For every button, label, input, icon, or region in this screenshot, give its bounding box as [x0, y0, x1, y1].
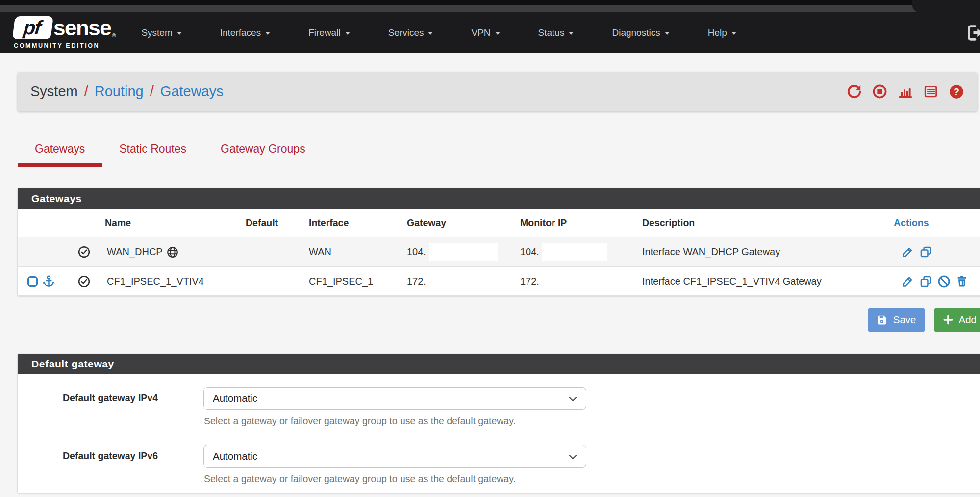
- plus-icon: [943, 314, 954, 325]
- breadcrumb-separator: /: [150, 83, 154, 100]
- default-gateway-panel: Default gateway Default gateway IPv4 Aut…: [18, 354, 980, 493]
- gateway-name: WAN_DHCP: [107, 246, 163, 258]
- gateway-name: CF1_IPSEC_1_VTIV4: [107, 276, 204, 287]
- chart-bar-icon[interactable]: [898, 84, 913, 99]
- interface-cell: WAN: [301, 246, 396, 258]
- window-chrome-corner: [912, 0, 980, 12]
- clone-icon[interactable]: [919, 245, 932, 259]
- monitor-ip: 104.: [520, 246, 539, 258]
- column-header-gateway: Gateway: [396, 217, 516, 229]
- ipv6-help-text: Select a gateway or failover gateway gro…: [204, 473, 586, 485]
- add-button[interactable]: Add: [934, 308, 980, 332]
- chevron-down-icon: [731, 32, 736, 35]
- nav-item-status[interactable]: Status: [538, 27, 574, 38]
- pfsense-logo-sense: sense: [53, 17, 111, 39]
- tab-static-routes[interactable]: Static Routes: [102, 142, 203, 167]
- refresh-icon[interactable]: [847, 84, 862, 99]
- default-gateway-ipv4-select[interactable]: Automatic: [203, 387, 586, 410]
- ban-icon[interactable]: [937, 275, 951, 288]
- anchor-icon[interactable]: [42, 275, 55, 288]
- pfsense-logo-subtitle: COMMUNITY EDITION: [14, 42, 116, 49]
- table-header-row: Name Default Interface Gateway Monitor I…: [18, 209, 980, 237]
- pfsense-logo[interactable]: pf sense ® COMMUNITY EDITION: [14, 16, 116, 49]
- default-gateway-ipv6-select[interactable]: Automatic: [203, 445, 586, 468]
- breadcrumb-separator: /: [84, 83, 88, 100]
- gateways-table: Name Default Interface Gateway Monitor I…: [18, 209, 980, 296]
- interface-cell: CF1_IPSEC_1: [301, 276, 396, 287]
- svg-text:?: ?: [954, 86, 959, 97]
- nav-item-firewall[interactable]: Firewall: [308, 27, 350, 38]
- window-chrome-top: [0, 0, 980, 5]
- sign-out-icon[interactable]: [965, 24, 980, 42]
- page-title: System / Routing / Gateways: [30, 83, 224, 100]
- gateway-ip: 104.: [407, 246, 426, 258]
- table-row: CF1_IPSEC_1_VTIV4 CF1_IPSEC_1 172. 172. …: [18, 266, 980, 296]
- nav-item-services[interactable]: Services: [388, 27, 433, 38]
- breadcrumb-gateways[interactable]: Gateways: [160, 83, 224, 100]
- breadcrumb-system: System: [30, 83, 78, 100]
- chevron-down-icon: [569, 32, 574, 35]
- breadcrumb: System / Routing / Gateways: [18, 72, 977, 111]
- column-header-name: Name: [77, 217, 246, 229]
- monitor-ip: 172.: [520, 276, 539, 287]
- pfsense-screen: pf sense ® COMMUNITY EDITION System Inte…: [0, 0, 980, 493]
- checkbox-icon[interactable]: [27, 276, 38, 287]
- page-content: System / Routing / Gateways: [0, 53, 980, 493]
- form-row-ipv6: Default gateway IPv6 Automatic Select a …: [18, 436, 980, 485]
- nav-menu: System Interfaces Firewall Services VPN …: [141, 27, 736, 38]
- top-navbar: pf sense ® COMMUNITY EDITION System Inte…: [0, 12, 980, 53]
- edit-icon[interactable]: [901, 245, 914, 259]
- save-icon: [877, 314, 888, 326]
- tab-gateway-groups[interactable]: Gateway Groups: [203, 142, 323, 167]
- stop-circle-icon[interactable]: [872, 84, 887, 99]
- description-cell: Interface CF1_IPSEC_1_VTIV4 Gateway: [635, 276, 890, 287]
- nav-item-interfaces[interactable]: Interfaces: [220, 27, 270, 38]
- log-icon[interactable]: [923, 84, 938, 99]
- chevron-down-icon: [265, 32, 270, 35]
- nav-item-vpn[interactable]: VPN: [471, 27, 500, 38]
- chevron-down-icon: [428, 32, 433, 35]
- column-header-monitor-ip: Monitor IP: [516, 217, 635, 229]
- column-header-actions: Actions: [890, 217, 980, 229]
- globe-icon: [166, 246, 179, 259]
- chevron-down-icon: [177, 32, 182, 35]
- chevron-down-icon: [495, 32, 500, 35]
- select-value: Automatic: [213, 450, 257, 462]
- save-button[interactable]: Save: [868, 308, 925, 332]
- chevron-down-icon: [665, 32, 670, 35]
- redacted-ip-overlay: [429, 243, 498, 261]
- select-value: Automatic: [213, 392, 257, 404]
- check-circle-icon: [77, 275, 91, 288]
- tab-gateways[interactable]: Gateways: [18, 142, 102, 167]
- chevron-down-icon: [569, 452, 577, 460]
- gateways-panel: Gateways Name Default Interface Gateway …: [18, 188, 980, 296]
- window-chrome-strip: [0, 5, 980, 12]
- nav-item-help[interactable]: Help: [708, 27, 736, 38]
- check-circle-icon: [77, 245, 91, 259]
- default-gateway-ipv6-label: Default gateway IPv6: [18, 445, 184, 485]
- column-header-description: Description: [635, 217, 890, 229]
- breadcrumb-actions: ?: [847, 84, 964, 100]
- gateways-panel-title: Gateways: [18, 188, 980, 209]
- description-cell: Interface WAN_DHCP Gateway: [635, 246, 890, 258]
- redacted-ip-overlay: [542, 243, 607, 261]
- pfsense-logo-pf-box: pf: [12, 16, 53, 39]
- trash-icon[interactable]: [955, 275, 968, 288]
- breadcrumb-routing[interactable]: Routing: [95, 83, 144, 100]
- default-gateway-panel-title: Default gateway: [18, 354, 980, 374]
- column-header-interface: Interface: [301, 217, 396, 229]
- chevron-down-icon: [569, 394, 577, 402]
- nav-item-diagnostics[interactable]: Diagnostics: [612, 27, 669, 38]
- help-icon[interactable]: ?: [949, 84, 964, 100]
- clone-icon[interactable]: [919, 275, 932, 288]
- chevron-down-icon: [345, 32, 350, 35]
- ipv4-help-text: Select a gateway or failover gateway gro…: [204, 416, 586, 427]
- edit-icon[interactable]: [901, 275, 914, 288]
- default-gateway-ipv4-label: Default gateway IPv4: [18, 387, 184, 427]
- gateway-ip: 172.: [407, 276, 426, 287]
- form-row-ipv4: Default gateway IPv4 Automatic Select a …: [18, 374, 980, 427]
- table-row: WAN_DHCP WAN 104.: [18, 237, 980, 266]
- tab-bar: Gateways Static Routes Gateway Groups: [18, 142, 980, 167]
- action-buttons-row: Save Add: [18, 308, 980, 332]
- nav-item-system[interactable]: System: [141, 27, 181, 38]
